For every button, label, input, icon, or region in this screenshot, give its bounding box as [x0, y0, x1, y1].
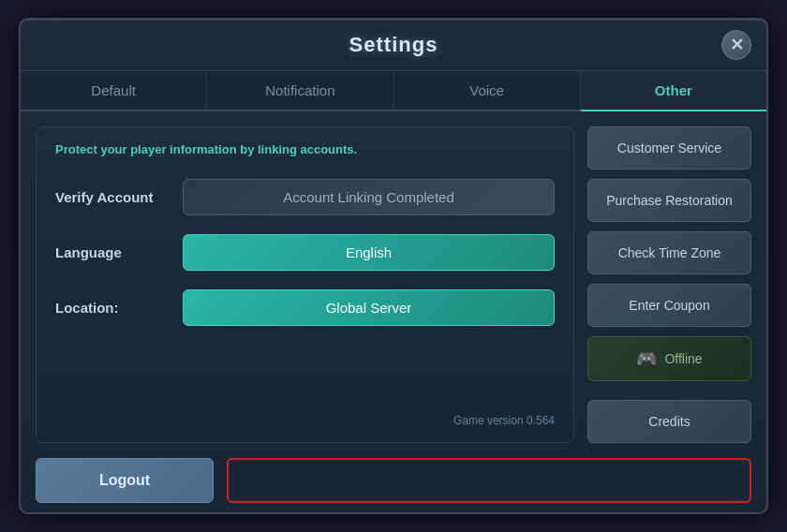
settings-modal: Settings ✕ Default Notification Voice Ot… — [19, 18, 768, 514]
tab-other[interactable]: Other — [581, 71, 766, 111]
enter-coupon-button[interactable]: Enter Coupon — [587, 284, 751, 327]
tab-default[interactable]: Default — [21, 71, 207, 110]
offline-label: Offline — [664, 351, 702, 366]
modal-header: Settings ✕ — [21, 20, 766, 71]
left-panel: Protect your player information by linki… — [36, 126, 574, 443]
offline-button[interactable]: 🎮 Offline — [587, 336, 751, 381]
protect-text: Protect your player information by linki… — [55, 142, 555, 156]
modal-title: Settings — [349, 33, 438, 57]
empty-bottom-button[interactable] — [227, 458, 751, 503]
language-label: Language — [55, 244, 168, 260]
location-row: Location: Global Server — [55, 289, 555, 326]
purchase-restoration-button[interactable]: Purchase Restoration — [587, 179, 751, 222]
verify-account-row: Verify Account Account Linking Completed — [55, 179, 555, 215]
account-linked-value: Account Linking Completed — [183, 179, 555, 215]
gamepad-icon: 🎮 — [636, 348, 657, 369]
tab-notification[interactable]: Notification — [207, 71, 394, 110]
credits-button[interactable]: Credits — [587, 400, 751, 443]
game-version: Game version 0.564 — [55, 414, 555, 427]
language-row: Language English — [55, 234, 555, 271]
tab-voice[interactable]: Voice — [394, 71, 581, 110]
check-time-zone-button[interactable]: Check Time Zone — [587, 231, 751, 274]
modal-body: Protect your player information by linki… — [21, 111, 766, 458]
location-button[interactable]: Global Server — [183, 289, 555, 326]
bottom-bar: Logout — [21, 458, 766, 518]
language-button[interactable]: English — [183, 234, 555, 271]
close-button[interactable]: ✕ — [721, 30, 751, 60]
location-label: Location: — [55, 300, 168, 316]
verify-account-label: Verify Account — [55, 189, 168, 205]
tabs-row: Default Notification Voice Other — [21, 71, 766, 111]
right-panel: Customer Service Purchase Restoration Ch… — [587, 126, 751, 443]
logout-button[interactable]: Logout — [36, 458, 214, 503]
customer-service-button[interactable]: Customer Service — [587, 126, 751, 170]
